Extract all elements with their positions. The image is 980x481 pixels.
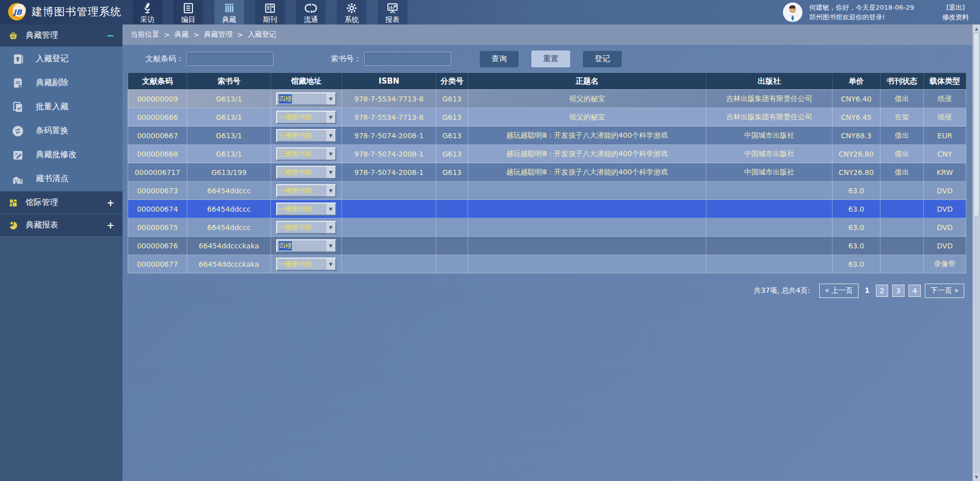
collapse-icon[interactable]: − [107,30,114,41]
periodical-icon [264,2,276,14]
table-row-000000674[interactable]: 00000067466454ddccc一楼图书馆▼63.0DVD [128,200,966,218]
cell-carrier: KRW [924,163,966,182]
column-header-文献条码[interactable]: 文献条码 [128,73,187,90]
nav-item-流通[interactable]: 流通 [296,0,326,24]
dropdown-arrow-icon[interactable]: ▼ [326,148,335,160]
expand-icon[interactable]: + [107,197,114,208]
page-button-4[interactable]: 4 [909,285,921,297]
column-header-馆藏地址[interactable]: 馆藏地址 [271,73,342,90]
logout-link[interactable]: [退出] [942,3,969,12]
breadcrumb: 当前位置>典藏>典藏管理>入藏登记 [122,24,972,45]
table-row-000000676[interactable]: 00000067666454ddccckaka四楼▼63.0DVD [128,237,966,255]
location-select[interactable]: 一楼图书馆▼ [276,184,336,197]
column-header-索书号[interactable]: 索书号 [187,73,271,90]
cell-status [880,182,924,200]
column-header-书刊状态[interactable]: 书刊状态 [880,73,924,90]
callno-input[interactable] [364,52,451,66]
holdings-table: 文献条码索书号馆藏地址ISBN分类号正题名出版社单价书刊状态载体类型000000… [128,73,966,273]
edit-profile-link[interactable]: 修改资料 [942,12,969,22]
nav-item-系统[interactable]: 系统 [337,0,366,24]
sidebar-group-典藏管理[interactable]: 典藏管理− [0,24,122,47]
location-select-value: 一楼图书馆 [277,112,326,123]
page-button-2[interactable]: 2 [876,285,888,297]
batch-docs-icon [11,100,24,114]
dropdown-arrow-icon[interactable]: ▼ [326,185,335,196]
page-button-1[interactable]: 1 [863,285,872,297]
dropdown-arrow-icon[interactable]: ▼ [326,259,335,270]
location-select-value: 三楼图书馆 [277,167,326,178]
scrollbar-thumb[interactable] [973,33,979,216]
column-header-正题名[interactable]: 正题名 [468,73,706,90]
sidebar-group-典藏报表[interactable]: 典藏报表+ [0,214,122,237]
location-select[interactable]: 四楼▼ [276,239,336,252]
dropdown-arrow-icon[interactable]: ▼ [326,130,335,141]
location-select[interactable]: 三楼图书馆▼ [276,166,336,179]
dropdown-arrow-icon[interactable]: ▼ [326,112,335,123]
breadcrumb-item-典藏管理[interactable]: 典藏管理 [204,30,232,39]
table-row-000000668[interactable]: 000000668G613/1三楼图书馆▼978-7-5074-2008-1G6… [128,145,966,163]
location-select-value: 四楼 [277,93,326,105]
reset-button[interactable]: 重置 [531,50,570,67]
nav-item-编目[interactable]: 编目 [174,0,203,24]
gear-icon [346,2,358,14]
register-button[interactable]: 登记 [583,50,622,67]
next-page-button[interactable]: 下一页 » [925,284,964,298]
table-row-0000006717[interactable]: 0000006717G613/199三楼图书馆▼978-7-5074-2008-… [128,163,966,182]
sidebar-item-条码置换[interactable]: 条码置换 [0,119,122,143]
nav-item-典藏[interactable]: 典藏 [214,0,244,24]
prev-page-button[interactable]: « 上一页 [819,284,859,298]
column-header-ISBN[interactable]: ISBN [342,73,436,90]
breadcrumb-item-典藏[interactable]: 典藏 [175,30,189,39]
top-navigation: 采访编目典藏期刊流通系统报表 [133,0,419,24]
location-select[interactable]: 三楼图书馆▼ [276,129,336,142]
dropdown-arrow-icon[interactable]: ▼ [326,240,335,251]
sidebar-item-批量入藏[interactable]: 批量入藏 [0,95,122,119]
location-select[interactable]: 一楼图书馆▼ [276,258,336,271]
location-select[interactable]: 一楼图书馆▼ [276,202,336,216]
sidebar-item-label: 入藏登记 [36,54,68,64]
nav-item-采访[interactable]: 采访 [133,0,162,24]
sidebar: 典藏管理−入藏登记典藏剔除批量入藏条码置换典藏批修改藏书清点馆际管理+典藏报表+ [0,24,122,481]
location-select[interactable]: 三楼图书馆▼ [276,147,336,161]
table-row-000000677[interactable]: 00000067766454ddccckaka一楼图书馆▼63.0录像带 [128,255,966,273]
table-row-000000667[interactable]: 000000667G613/1三楼图书馆▼978-7-5074-2008-1G6… [128,126,966,145]
column-header-载体类型[interactable]: 载体类型 [924,73,966,90]
sidebar-group-label: 典藏报表 [26,220,107,231]
cell-class_no: G613 [436,163,468,182]
pie-icon [8,220,18,231]
scrollbar-down-icon[interactable]: ▼ [973,473,980,481]
cell-location: 一楼图书馆▼ [271,108,342,126]
column-header-单价[interactable]: 单价 [832,73,880,90]
sidebar-item-典藏批修改[interactable]: 典藏批修改 [0,143,122,167]
table-row-000000673[interactable]: 00000067366454ddccc一楼图书馆▼63.0DVD [128,182,966,200]
sidebar-group-馆际管理[interactable]: 馆际管理+ [0,192,122,214]
location-select[interactable]: 四楼▼ [276,92,336,106]
column-header-分类号[interactable]: 分类号 [436,73,468,90]
table-row-000000675[interactable]: 00000067566454ddccc一楼图书馆▼63.0DVD [128,218,966,237]
table-row-000000666[interactable]: 000000666G613/1一楼图书馆▼978-7-5534-7713-8G6… [128,108,966,126]
query-button[interactable]: 查询 [480,50,519,67]
sidebar-item-典藏剔除[interactable]: 典藏剔除 [0,71,122,95]
location-select[interactable]: 一楼图书馆▼ [276,111,336,124]
dropdown-arrow-icon[interactable]: ▼ [326,167,335,178]
barcode-input[interactable] [187,52,274,66]
page-button-3[interactable]: 3 [892,285,904,297]
cell-call_no: 66454ddccckaka [187,237,271,255]
cell-status [880,255,924,273]
expand-icon[interactable]: + [107,220,114,231]
nav-item-label: 典藏 [222,15,236,24]
dropdown-arrow-icon[interactable]: ▼ [326,222,335,233]
nav-item-报表[interactable]: 报表 [378,0,407,24]
location-select[interactable]: 一楼图书馆▼ [276,221,336,234]
column-header-出版社[interactable]: 出版社 [706,73,832,90]
table-row-000000009[interactable]: 000000009G613/1四楼▼978-7-5534-7713-8G613祖… [128,90,966,108]
cell-title: 越玩越聪明Ⅲ：开发孩子八大潜能的400个科学游戏 [468,163,706,182]
scrollbar-up-icon[interactable]: ▲ [973,24,980,33]
dropdown-arrow-icon[interactable]: ▼ [326,204,335,215]
sidebar-item-入藏登记[interactable]: 入藏登记 [0,47,122,71]
nav-item-期刊[interactable]: 期刊 [255,0,285,24]
sidebar-item-藏书清点[interactable]: 藏书清点 [0,167,122,191]
user-avatar[interactable] [783,3,802,22]
breadcrumb-item-入藏登记[interactable]: 入藏登记 [248,30,276,39]
dropdown-arrow-icon[interactable]: ▼ [326,93,335,105]
